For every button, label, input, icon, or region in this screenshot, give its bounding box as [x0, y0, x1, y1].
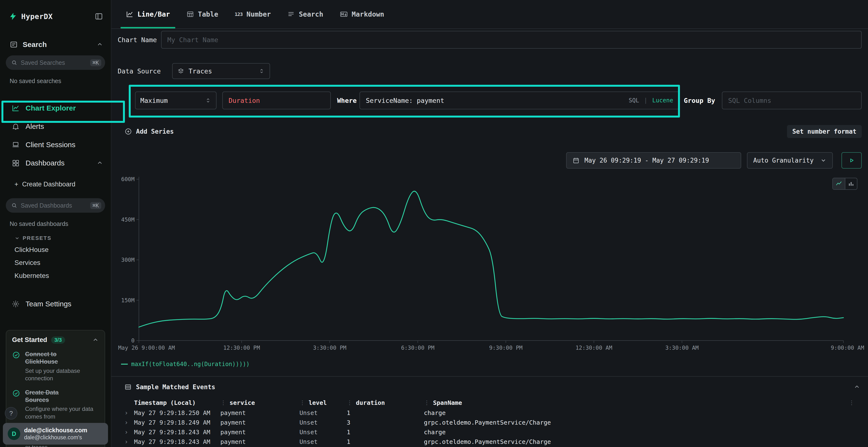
chevron-updown-icon [205, 97, 211, 104]
tab-search[interactable]: Search [279, 0, 331, 28]
chevron-up-icon[interactable] [854, 384, 860, 390]
field-input[interactable] [222, 92, 331, 109]
chart-legend[interactable]: maxIf(toFloat640..ng(Duration))))) [112, 360, 868, 369]
number-123-icon: 123 [235, 11, 243, 17]
chevron-up-icon[interactable] [92, 337, 99, 343]
plus-circle-icon [124, 128, 132, 135]
series-actions-row: Add Series Set number format [112, 125, 868, 138]
preset-services[interactable]: Services [0, 256, 111, 269]
table-row[interactable]: › May 27 9:29:18.243 AM payment Unset 1 … [112, 437, 868, 447]
column-menu-icon: ⋮ [424, 399, 430, 406]
tab-line-bar[interactable]: Line/Bar [118, 0, 178, 28]
gear-icon [11, 300, 20, 308]
presets-header[interactable]: PRESETS [14, 235, 111, 241]
laptop-icon [11, 141, 20, 149]
sidebar-item-dashboards[interactable]: Dashboards [0, 154, 111, 172]
grid-icon [11, 159, 20, 167]
col-level[interactable]: ⋮level [300, 399, 347, 406]
plus-icon: + [14, 181, 18, 188]
add-series-button[interactable]: Add Series [124, 128, 174, 135]
tab-markdown[interactable]: Markdown [332, 0, 393, 28]
user-org: dale@clickhouse.com's [24, 434, 87, 441]
svg-text:150M: 150M [121, 297, 134, 304]
create-dashboard-button[interactable]: + Create Dashboard [0, 177, 111, 192]
table-list-icon [124, 383, 132, 391]
column-menu-icon: ⋮ [220, 399, 226, 406]
svg-text:May 26 9:00:00 AM: May 26 9:00:00 AM [118, 345, 175, 351]
svg-text:12:30:00 AM: 12:30:00 AM [576, 345, 612, 351]
saved-dashboards-input[interactable]: Saved Dashboards ⌘K [6, 198, 105, 213]
sidebar-item-team-settings[interactable]: Team Settings [0, 296, 111, 312]
col-duration[interactable]: ⋮duration [347, 399, 424, 406]
no-saved-searches-text: No saved searches [10, 77, 111, 84]
col-service[interactable]: ⋮service [220, 399, 300, 406]
svg-text:3:30:00 AM: 3:30:00 AM [665, 345, 699, 351]
table-row[interactable]: › May 27 9:29:18.249 AM payment Unset 3 … [112, 418, 868, 427]
group-by-label: Group By [684, 97, 715, 104]
granularity-select[interactable]: Auto Granularity [747, 152, 833, 169]
user-menu[interactable]: D dale@clickhouse.com dale@clickhouse.co… [3, 423, 108, 445]
run-query-button[interactable] [841, 152, 862, 169]
lucene-toggle[interactable]: Lucene [652, 97, 673, 104]
sidebar-section-search[interactable]: Search [10, 40, 103, 49]
col-timestamp[interactable]: Timestamp (Local) [134, 399, 220, 406]
collapse-sidebar-icon[interactable] [94, 12, 103, 21]
chevron-up-icon[interactable] [96, 160, 103, 166]
svg-text:0: 0 [131, 337, 134, 344]
tab-table[interactable]: Table [178, 0, 226, 28]
sql-toggle[interactable]: SQL [628, 97, 639, 104]
no-saved-dashboards-text: No saved dashboards [10, 220, 111, 227]
events-panel-title: Sample Matched Events [136, 383, 215, 391]
avatar: D [8, 427, 20, 440]
svg-text:3:30:00 PM: 3:30:00 PM [313, 345, 346, 351]
table-row[interactable]: › May 27 9:29:18.250 AM payment Unset 1 … [112, 408, 868, 418]
play-icon [848, 157, 855, 164]
hyperdx-logo-icon [9, 12, 18, 21]
calendar-icon [572, 157, 580, 164]
sidebar-item-chart-explorer[interactable]: Chart Explorer [0, 99, 111, 117]
row-expand-chevron[interactable]: › [124, 419, 134, 426]
sidebar-item-client-sessions[interactable]: Client Sessions [0, 136, 111, 154]
row-expand-chevron[interactable]: › [124, 409, 134, 416]
time-controls-row: May 26 09:29:19 - May 27 09:29:19 Auto G… [112, 152, 868, 169]
bar-chart-toggle-button[interactable] [845, 178, 857, 189]
chart-name-input[interactable] [161, 31, 862, 49]
toggle-divider: | [644, 97, 647, 104]
where-value: ServiceName: payment [366, 97, 624, 104]
markdown-icon [340, 10, 348, 18]
chart-line-icon [11, 104, 20, 112]
list-lines-icon [287, 10, 295, 18]
set-number-format-button[interactable]: Set number format [787, 125, 862, 138]
svg-text:450M: 450M [121, 216, 134, 223]
chart-name-label: Chart Name [118, 36, 161, 44]
line-chart-toggle-button[interactable] [833, 178, 845, 189]
get-started-title: Get Started [12, 336, 47, 344]
date-range-picker[interactable]: May 26 09:29:19 - May 27 09:29:19 [566, 152, 741, 169]
get-started-item[interactable]: Create Data Sources Configure where your… [12, 389, 99, 420]
chevron-up-icon[interactable] [96, 41, 103, 48]
table-row[interactable]: › May 27 9:29:18.243 AM payment Unset 1 … [112, 427, 868, 437]
group-by-input[interactable] [722, 92, 862, 109]
get-started-item[interactable]: Connect to ClickHouse Set up your databa… [12, 350, 99, 382]
where-input[interactable]: ServiceName: payment SQL | Lucene [360, 92, 679, 109]
sidebar-item-alerts[interactable]: Alerts [0, 117, 111, 136]
data-source-select[interactable]: Traces [172, 63, 270, 79]
col-spanname[interactable]: ⋮SpanName [424, 399, 849, 406]
row-expand-chevron[interactable]: › [124, 428, 134, 436]
column-menu-icon: ⋮ [300, 399, 305, 406]
chart-display-toggle [832, 178, 858, 190]
row-expand-chevron[interactable]: › [124, 438, 134, 445]
table-icon [186, 10, 194, 18]
get-started-badge: 3/3 [51, 337, 65, 344]
help-button[interactable]: ? [5, 407, 18, 419]
table-menu-icon[interactable]: ⋮ [849, 399, 857, 406]
date-range-value: May 26 09:29:19 - May 27 09:29:19 [585, 157, 709, 164]
saved-searches-input[interactable]: Saved Searches ⌘K [6, 56, 105, 70]
chart-plot-area[interactable]: 0150M300M450M600MMay 26 9:00:00 AM12:30:… [112, 171, 868, 360]
preset-kubernetes[interactable]: Kubernetes [0, 269, 111, 282]
preset-clickhouse[interactable]: ClickHouse [0, 243, 111, 256]
data-source-row: Data Source Traces [112, 63, 868, 79]
aggregation-select[interactable]: Maximum [135, 92, 217, 109]
tab-number[interactable]: 123 Number [226, 0, 279, 28]
search-section-icon [10, 40, 18, 49]
